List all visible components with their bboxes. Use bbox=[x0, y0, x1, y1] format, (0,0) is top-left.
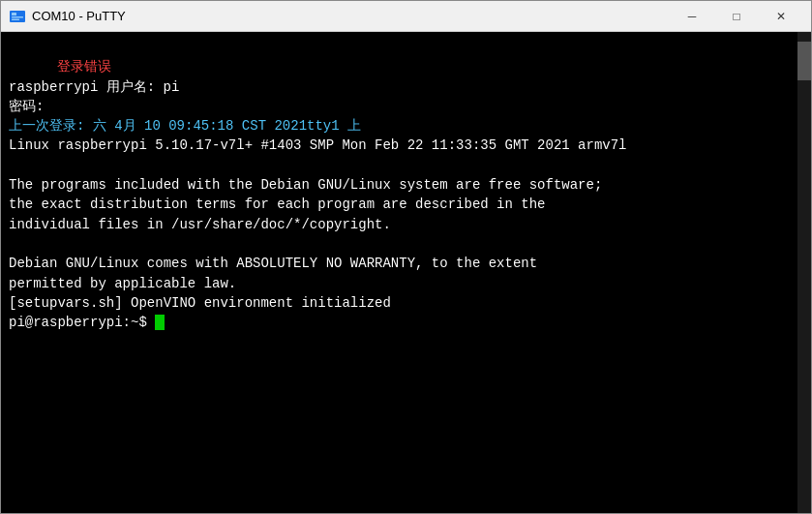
line-kernel-info: Linux raspberrypi 5.10.17-v7l+ #1403 SMP… bbox=[9, 137, 627, 153]
line-openvino: [setupvars.sh] OpenVINO environment init… bbox=[9, 295, 391, 311]
scrollbar[interactable] bbox=[797, 32, 811, 513]
minimize-button[interactable]: ─ bbox=[670, 1, 714, 32]
close-button[interactable]: ✕ bbox=[759, 1, 803, 32]
putty-window: COM10 - PuTTY ─ □ ✕ 登录错误 raspberrypi 用户名… bbox=[0, 0, 812, 514]
window-title: COM10 - PuTTY bbox=[32, 9, 670, 23]
line-prompt: pi@raspberrypi:~$ bbox=[9, 315, 165, 330]
line-programs-2: the exact distribution terms for each pr… bbox=[9, 197, 546, 212]
line-password: 密码: bbox=[9, 99, 44, 114]
terminal-cursor bbox=[155, 315, 165, 330]
window-controls: ─ □ ✕ bbox=[670, 1, 803, 31]
title-bar: COM10 - PuTTY ─ □ ✕ bbox=[1, 1, 811, 32]
line-warranty-2: permitted by applicable law. bbox=[9, 276, 236, 291]
svg-rect-1 bbox=[12, 13, 16, 15]
line-programs-1: The programs included with the Debian GN… bbox=[9, 177, 602, 193]
scrollbar-thumb[interactable] bbox=[797, 42, 811, 80]
line-username: raspberrypi 用户名: pi bbox=[9, 79, 179, 95]
svg-rect-3 bbox=[12, 18, 19, 20]
svg-rect-2 bbox=[12, 16, 23, 18]
maximize-button[interactable]: □ bbox=[714, 1, 759, 32]
line-warranty-1: Debian GNU/Linux comes with ABSOLUTELY N… bbox=[9, 256, 537, 271]
terminal-output: 登录错误 raspberrypi 用户名: pi 密码: 上一次登录: 六 4月… bbox=[9, 38, 803, 352]
line-login-error: 登录错误 bbox=[57, 59, 111, 75]
line-programs-3: individual files in /usr/share/doc/*/cop… bbox=[9, 217, 391, 232]
terminal-content[interactable]: 登录错误 raspberrypi 用户名: pi 密码: 上一次登录: 六 4月… bbox=[1, 32, 811, 513]
line-last-login: 上一次登录: 六 4月 10 09:45:18 CST 2021tty1 上 bbox=[9, 118, 361, 134]
putty-icon bbox=[9, 8, 26, 25]
